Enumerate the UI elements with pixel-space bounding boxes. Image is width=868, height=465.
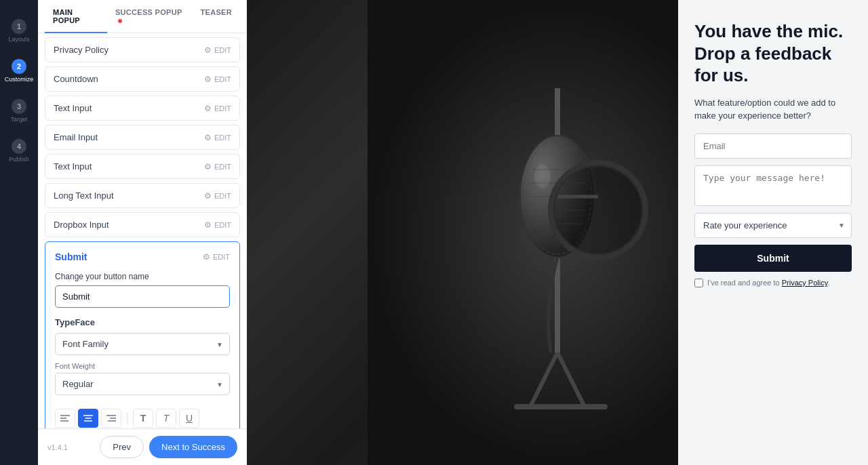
privacy-policy-link[interactable]: Privacy Policy bbox=[782, 279, 828, 287]
format-separator bbox=[127, 411, 127, 425]
list-item-email-input[interactable]: Email Input ⚙ EDIT bbox=[45, 125, 240, 150]
list-item-text-input-1[interactable]: Text Input ⚙ EDIT bbox=[45, 96, 240, 121]
tab-main-popup[interactable]: MAIN POPUP bbox=[45, 0, 107, 33]
edit-panel-title: Submit bbox=[55, 251, 87, 262]
panel-footer: v1.4.1 Prev Next to Success bbox=[38, 428, 247, 465]
italic-button[interactable]: T bbox=[156, 409, 176, 428]
sidebar-item-customize[interactable]: 2 Customize bbox=[3, 54, 35, 88]
list-item-dropbox-input[interactable]: Dropbox Input ⚙ EDIT bbox=[45, 212, 240, 237]
list-item-long-text-input[interactable]: Long Text Input ⚙ EDIT bbox=[45, 183, 240, 208]
panel-area: MAIN POPUP SUCCESS POPUP TEASER Privacy … bbox=[38, 0, 247, 465]
settings-icon: ⚙ bbox=[204, 220, 212, 230]
version-text: v1.4.1 bbox=[47, 443, 68, 451]
popup-card: You have the mic. Drop a feedback for us… bbox=[678, 0, 868, 465]
footer-buttons: Prev Next to Success bbox=[100, 436, 237, 458]
edit-btn-long-text-input[interactable]: ⚙ EDIT bbox=[204, 191, 231, 201]
align-left-button[interactable] bbox=[55, 409, 75, 428]
popup-privacy-row: I've read and agree to Privacy Policy. bbox=[694, 279, 852, 287]
button-name-input[interactable] bbox=[55, 285, 230, 308]
tab-success-popup[interactable]: SUCCESS POPUP bbox=[107, 0, 193, 33]
typeface-label: TypeFace bbox=[55, 317, 230, 327]
panel-list: Privacy Policy ⚙ EDIT Countdown ⚙ EDIT T… bbox=[38, 33, 247, 428]
edit-btn-text-input-1[interactable]: ⚙ EDIT bbox=[204, 104, 231, 113]
edit-btn-submit[interactable]: ⚙ EDIT bbox=[203, 252, 230, 262]
settings-icon: ⚙ bbox=[204, 191, 212, 201]
popup-heading: You have the mic. Drop a feedback for us… bbox=[694, 20, 852, 87]
popup-message-textarea[interactable] bbox=[694, 165, 852, 206]
sidebar-item-publish[interactable]: 4 Publish bbox=[3, 134, 35, 168]
settings-icon: ⚙ bbox=[203, 252, 210, 262]
settings-icon: ⚙ bbox=[204, 162, 212, 171]
popup-submit-button[interactable]: Submit bbox=[694, 245, 852, 272]
underline-button[interactable]: U bbox=[179, 409, 199, 428]
font-weight-select[interactable]: Regular Bold Light bbox=[55, 373, 230, 395]
edit-panel-header: Submit ⚙ EDIT bbox=[55, 251, 230, 262]
settings-icon: ⚙ bbox=[204, 75, 212, 84]
list-item-text-input-2[interactable]: Text Input ⚙ EDIT bbox=[45, 154, 240, 179]
privacy-checkbox[interactable] bbox=[694, 279, 703, 287]
prev-button[interactable]: Prev bbox=[100, 436, 144, 458]
svg-point-24 bbox=[534, 164, 551, 188]
settings-icon: ⚙ bbox=[204, 45, 212, 55]
popup-email-input[interactable] bbox=[694, 134, 852, 159]
change-button-label: Change your button name bbox=[55, 272, 230, 281]
next-button[interactable]: Next to Success bbox=[149, 436, 237, 458]
panel-tabs: MAIN POPUP SUCCESS POPUP TEASER bbox=[38, 0, 247, 33]
sidebar-item-target[interactable]: 3 Target bbox=[3, 94, 35, 128]
list-item-countdown[interactable]: Countdown ⚙ EDIT bbox=[45, 66, 240, 92]
font-weight-wrapper: Regular Bold Light ▼ bbox=[55, 373, 230, 395]
format-buttons: T T U bbox=[55, 409, 230, 428]
bold-button[interactable]: T bbox=[133, 409, 153, 428]
svg-point-22 bbox=[554, 166, 642, 254]
edit-btn-dropbox-input[interactable]: ⚙ EDIT bbox=[204, 220, 231, 230]
font-family-wrapper: Font Family Arial Georgia Helvetica ▼ bbox=[55, 333, 230, 355]
tab-teaser[interactable]: TEASER bbox=[193, 0, 240, 33]
preview-area: You have the mic. Drop a feedback for us… bbox=[247, 0, 868, 465]
sidebar-nav: 1 Layouts 2 Customize 3 Target 4 Publish bbox=[0, 0, 38, 465]
edit-btn-email-input[interactable]: ⚙ EDIT bbox=[204, 133, 231, 142]
settings-icon: ⚙ bbox=[204, 104, 212, 113]
sidebar-item-layouts[interactable]: 1 Layouts bbox=[3, 14, 35, 48]
font-weight-sublabel: Font Weight bbox=[55, 362, 230, 370]
success-dot bbox=[118, 19, 122, 23]
popup-rate-select[interactable]: Rate your experience ⭐ Poor ⭐⭐ Fair ⭐⭐⭐ … bbox=[694, 213, 852, 238]
popup-select-wrapper: Rate your experience ⭐ Poor ⭐⭐ Fair ⭐⭐⭐ … bbox=[694, 213, 852, 238]
list-item-privacy-policy[interactable]: Privacy Policy ⚙ EDIT bbox=[45, 37, 240, 62]
popup-subtext: What feature/option could we add to make… bbox=[694, 96, 852, 123]
submit-edit-panel: Submit ⚙ EDIT Change your button name Ty… bbox=[45, 241, 240, 428]
font-weight-row: Font Weight Regular Bold Light ▼ bbox=[55, 362, 230, 402]
align-right-button[interactable] bbox=[101, 409, 121, 428]
settings-icon: ⚙ bbox=[204, 133, 212, 142]
edit-btn-privacy-policy[interactable]: ⚙ EDIT bbox=[204, 45, 231, 55]
edit-btn-countdown[interactable]: ⚙ EDIT bbox=[204, 75, 231, 84]
edit-btn-text-input-2[interactable]: ⚙ EDIT bbox=[204, 162, 231, 171]
font-family-select[interactable]: Font Family Arial Georgia Helvetica bbox=[55, 333, 230, 355]
align-center-button[interactable] bbox=[78, 409, 98, 428]
